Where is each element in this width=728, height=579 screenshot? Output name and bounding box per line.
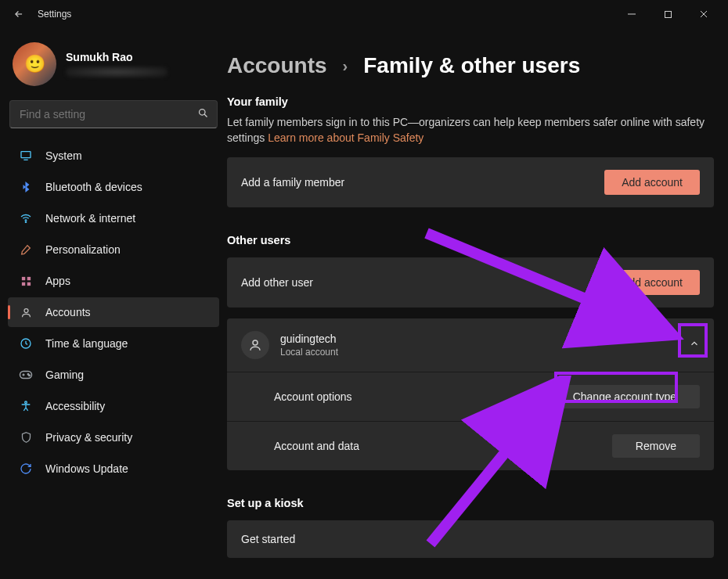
breadcrumb-root[interactable]: Accounts: [227, 53, 327, 78]
family-section-description: Let family members sign in to this PC—or…: [227, 114, 714, 146]
add-other-user-card: Add other user Add account: [227, 257, 714, 307]
sidebar-item-label: Privacy & security: [45, 431, 132, 444]
profile-email-redacted: [66, 67, 168, 77]
remove-account-button[interactable]: Remove: [612, 434, 700, 458]
window-title: Settings: [38, 9, 71, 20]
svg-point-8: [25, 221, 26, 222]
kiosk-get-started-label: Get started: [241, 533, 700, 545]
other-user-name: guidingtech: [280, 333, 689, 345]
sidebar-item-label: Time & language: [45, 337, 128, 350]
sidebar-item-update[interactable]: Windows Update: [8, 454, 219, 484]
account-data-row: Account and data Remove: [227, 421, 714, 470]
add-other-user-label: Add other user: [241, 276, 604, 289]
add-family-account-button[interactable]: Add account: [604, 170, 700, 195]
wifi-icon: [19, 212, 33, 225]
person-icon: [19, 307, 33, 318]
sidebar-item-label: Accessibility: [45, 400, 105, 412]
svg-line-5: [204, 114, 207, 117]
svg-point-21: [253, 340, 258, 345]
main-content: Accounts › Family & other users Your fam…: [227, 28, 728, 579]
sidebar-item-accounts[interactable]: Accounts: [8, 297, 219, 327]
sidebar-item-system[interactable]: System: [8, 141, 219, 171]
sidebar-item-label: Apps: [45, 275, 70, 287]
change-account-type-button[interactable]: Change account type: [550, 385, 700, 408]
breadcrumb-current: Family & other users: [363, 53, 580, 78]
add-other-user-button[interactable]: Add account: [604, 270, 700, 295]
profile-block[interactable]: 🙂 Sumukh Rao: [8, 36, 219, 89]
sidebar-item-label: Personalization: [45, 243, 121, 256]
search-field[interactable]: [18, 107, 197, 121]
sidebar-item-privacy[interactable]: Privacy & security: [8, 423, 219, 452]
kiosk-card: Get started: [227, 520, 714, 558]
sidebar-item-label: Accounts: [45, 306, 91, 318]
sidebar-item-gaming[interactable]: Gaming: [8, 360, 219, 390]
brush-icon: [19, 243, 33, 256]
sidebar-item-network[interactable]: Network & internet: [8, 203, 219, 233]
close-button[interactable]: [686, 2, 722, 26]
shield-icon: [19, 431, 33, 444]
svg-rect-10: [27, 276, 30, 279]
svg-rect-9: [21, 276, 24, 279]
avatar: 🙂: [13, 42, 56, 86]
svg-point-19: [29, 375, 31, 376]
sidebar-item-accessibility[interactable]: Accessibility: [8, 391, 219, 421]
svg-rect-1: [665, 11, 671, 17]
other-user-entry: guidingtech Local account Account option…: [227, 318, 714, 470]
family-safety-link[interactable]: Learn more about Family Safety: [268, 131, 423, 144]
sidebar: 🙂 Sumukh Rao SystemBluetooth & devicesNe…: [0, 28, 227, 579]
sidebar-item-label: Windows Update: [45, 462, 128, 475]
kiosk-title: Set up a kiosk: [227, 497, 714, 509]
account-options-row: Account options Change account type: [227, 372, 714, 421]
search-input[interactable]: [9, 100, 218, 128]
add-family-card: Add a family member Add account: [227, 157, 714, 207]
gamepad-icon: [19, 369, 33, 380]
other-user-subtitle: Local account: [280, 347, 689, 358]
account-data-label: Account and data: [274, 440, 612, 452]
sidebar-item-label: Network & internet: [45, 212, 135, 225]
maximize-button[interactable]: [650, 2, 686, 26]
display-icon: [19, 149, 33, 162]
person-icon: [241, 331, 269, 359]
sidebar-item-time[interactable]: Time & language: [8, 329, 219, 358]
back-button[interactable]: [6, 9, 31, 20]
clock-icon: [19, 337, 33, 350]
sidebar-item-label: System: [45, 149, 82, 162]
svg-point-20: [25, 401, 27, 404]
accessibility-icon: [19, 400, 33, 412]
search-icon: [197, 107, 209, 121]
sidebar-item-apps[interactable]: Apps: [8, 266, 219, 296]
titlebar: Settings: [0, 0, 728, 28]
account-options-label: Account options: [274, 390, 550, 403]
svg-rect-11: [21, 282, 24, 285]
sidebar-item-label: Gaming: [45, 369, 84, 381]
bluetooth-icon: [19, 181, 33, 193]
apps-icon: [19, 275, 33, 287]
sidebar-item-personalization[interactable]: Personalization: [8, 235, 219, 264]
chevron-up-icon[interactable]: [689, 338, 700, 351]
svg-rect-12: [27, 282, 30, 285]
add-family-label: Add a family member: [241, 176, 604, 189]
profile-name: Sumukh Rao: [66, 51, 168, 63]
nav-list: SystemBluetooth & devicesNetwork & inter…: [8, 141, 219, 484]
other-users-title: Other users: [227, 234, 714, 246]
chevron-right-icon: ›: [343, 57, 348, 75]
sidebar-item-label: Bluetooth & devices: [45, 181, 142, 193]
update-icon: [19, 462, 33, 475]
svg-point-13: [24, 308, 28, 312]
other-user-header[interactable]: guidingtech Local account: [227, 318, 714, 372]
svg-rect-6: [21, 152, 31, 158]
family-section-title: Your family: [227, 95, 714, 108]
svg-point-4: [200, 110, 206, 116]
breadcrumb: Accounts › Family & other users: [227, 53, 714, 78]
sidebar-item-bluetooth[interactable]: Bluetooth & devices: [8, 172, 219, 202]
minimize-button[interactable]: [614, 2, 650, 26]
